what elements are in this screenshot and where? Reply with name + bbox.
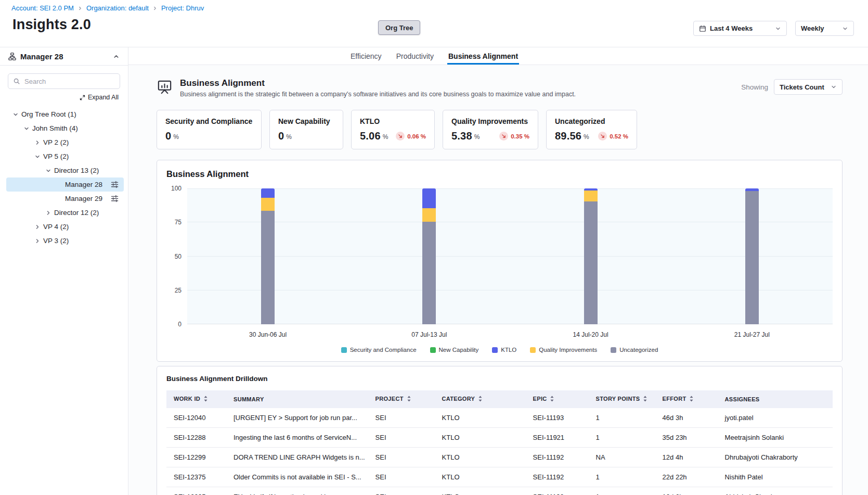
- showing-label: Showing: [741, 83, 768, 91]
- column-header-story-points[interactable]: Story Points: [589, 390, 655, 408]
- chart-title: Business Alignment: [166, 169, 833, 179]
- ktlo-bar-segment[interactable]: [422, 188, 436, 208]
- legend-item-security-and-compliance[interactable]: Security and Compliance: [341, 347, 417, 353]
- tree-item-manager-29[interactable]: Manager 29: [6, 192, 124, 206]
- cell-category: KTLO: [435, 448, 526, 467]
- breadcrumb-link-3[interactable]: Project: Dhruv: [161, 4, 204, 12]
- chevron-down-icon[interactable]: [11, 111, 20, 118]
- bar-slot-30-jun-06-jul: [187, 188, 348, 324]
- metric-delta-badge: 0.52 %: [598, 132, 628, 141]
- sort-icon[interactable]: [550, 396, 554, 403]
- legend-item-uncategorized[interactable]: Uncategorized: [611, 347, 658, 353]
- chevron-up-icon[interactable]: [113, 53, 120, 60]
- column-header-project[interactable]: Project: [368, 390, 435, 408]
- cell-effort: 35d 23h: [655, 428, 718, 448]
- metric-delta-value: 0.52 %: [610, 133, 628, 139]
- tree-item-org-tree-root-1[interactable]: Org Tree Root (1): [6, 107, 124, 121]
- stacked-bar[interactable]: [261, 188, 275, 324]
- cell-story-points: 1: [589, 487, 655, 495]
- x-axis-label: 07 Jul-13 Jul: [348, 331, 510, 338]
- metric-delta-value: 0.06 %: [407, 133, 426, 139]
- stacked-bar[interactable]: [745, 188, 759, 324]
- cell-assignees: jyoti.patel: [718, 408, 833, 428]
- body: Manager 28 Expand All Org Tree Root (1)J…: [0, 47, 868, 495]
- metric-label: KTLO: [360, 117, 426, 125]
- chevron-down-icon[interactable]: [44, 168, 53, 174]
- expand-icon: [80, 95, 85, 100]
- sliders-icon[interactable]: [111, 181, 119, 188]
- tree-item-director-13-2[interactable]: Director 13 (2): [6, 163, 124, 177]
- table-row: SEI-12395EY > Verify if ingestion is wor…: [166, 487, 833, 495]
- column-header-effort[interactable]: Effort: [655, 390, 718, 408]
- expand-all-button[interactable]: Expand All: [0, 94, 119, 101]
- cell-work-id[interactable]: SEI-12299: [166, 448, 226, 467]
- sidebar-header[interactable]: Manager 28: [0, 47, 128, 66]
- quality-improvements-bar-segment[interactable]: [584, 191, 598, 201]
- quality-improvements-bar-segment[interactable]: [261, 198, 275, 211]
- tree-item-john-smith-4[interactable]: John Smith (4): [6, 121, 124, 135]
- sort-icon[interactable]: [203, 396, 208, 403]
- metric-value: 0: [278, 130, 284, 142]
- tab-business-alignment[interactable]: Business Alignment: [448, 47, 518, 65]
- tab-efficiency[interactable]: Efficiency: [351, 47, 382, 65]
- granularity-dropdown[interactable]: Weekly: [795, 21, 854, 36]
- bar-slots: [187, 188, 833, 324]
- tree-item-label: VP 4 (2): [43, 223, 69, 231]
- table-row: SEI-12040[URGENT] EY > Support for job r…: [166, 408, 833, 428]
- tab-productivity[interactable]: Productivity: [396, 47, 434, 65]
- chevron-right-icon[interactable]: [44, 210, 53, 216]
- tree-item-vp-2-2[interactable]: VP 2 (2): [6, 135, 124, 149]
- stacked-bar[interactable]: [422, 188, 436, 324]
- metric-label: Quality Improvements: [451, 117, 529, 125]
- tree-item-vp-5-2[interactable]: VP 5 (2): [6, 149, 124, 163]
- stacked-bar[interactable]: [584, 188, 598, 324]
- breadcrumb-link-1[interactable]: Account: SEI 2.0 PM: [11, 4, 74, 12]
- cell-work-id[interactable]: SEI-12375: [166, 467, 226, 487]
- tree-item-vp-3-2[interactable]: VP 3 (2): [6, 234, 124, 248]
- date-range-value: Last 4 Weeks: [710, 24, 753, 32]
- tree-item-director-12-2[interactable]: Director 12 (2): [6, 206, 124, 220]
- org-tree-icon: [8, 53, 16, 60]
- cell-work-id[interactable]: SEI-12395: [166, 487, 226, 495]
- metric-label: New Capability: [278, 117, 334, 125]
- tree-item-label: Manager 28: [65, 181, 102, 188]
- chart-legend: Security and ComplianceNew CapabilityKTL…: [166, 347, 833, 353]
- tree-item-manager-28[interactable]: Manager 28: [6, 177, 124, 192]
- chevron-right-icon[interactable]: [33, 139, 42, 146]
- cell-work-id[interactable]: SEI-12040: [166, 408, 226, 428]
- uncategorized-bar-segment[interactable]: [422, 222, 436, 324]
- legend-item-ktlo[interactable]: KTLO: [492, 347, 516, 353]
- column-header-label: Project: [375, 396, 404, 402]
- legend-item-new-capability[interactable]: New Capability: [430, 347, 479, 353]
- uncategorized-bar-segment[interactable]: [261, 211, 275, 324]
- chevron-down-icon[interactable]: [22, 125, 31, 132]
- chevron-right-icon[interactable]: [33, 224, 42, 230]
- metric-value: 5.38: [451, 130, 472, 142]
- cell-story-points: 1: [589, 408, 655, 428]
- column-header-category[interactable]: Category: [435, 390, 526, 408]
- org-tree-button[interactable]: Org Tree: [378, 20, 420, 35]
- uncategorized-bar-segment[interactable]: [745, 191, 759, 324]
- tree-item-vp-4-2[interactable]: VP 4 (2): [6, 220, 124, 234]
- sort-icon[interactable]: [407, 396, 411, 403]
- sort-icon[interactable]: [689, 396, 694, 403]
- column-header-work-id[interactable]: Work ID: [166, 390, 226, 408]
- showing-dropdown[interactable]: Tickets Count: [774, 79, 843, 95]
- search-input[interactable]: [8, 73, 120, 89]
- tab-bar: EfficiencyProductivityBusiness Alignment: [128, 47, 868, 65]
- metric-value: 5.06: [360, 130, 381, 142]
- sort-icon[interactable]: [478, 396, 483, 403]
- breadcrumb-link-2[interactable]: Organization: default: [86, 4, 149, 12]
- date-range-dropdown[interactable]: Last 4 Weeks: [693, 21, 787, 36]
- quality-improvements-bar-segment[interactable]: [422, 208, 436, 222]
- y-axis: 0255075100: [166, 188, 187, 324]
- chevron-down-icon[interactable]: [33, 154, 42, 160]
- cell-work-id[interactable]: SEI-12288: [166, 428, 226, 448]
- sliders-icon[interactable]: [111, 195, 119, 202]
- column-header-epic[interactable]: Epic: [526, 390, 589, 408]
- sort-icon[interactable]: [643, 396, 647, 403]
- ktlo-bar-segment[interactable]: [261, 188, 275, 198]
- uncategorized-bar-segment[interactable]: [584, 201, 598, 324]
- chevron-right-icon[interactable]: [33, 238, 42, 244]
- legend-item-quality-improvements[interactable]: Quality Improvements: [530, 347, 597, 353]
